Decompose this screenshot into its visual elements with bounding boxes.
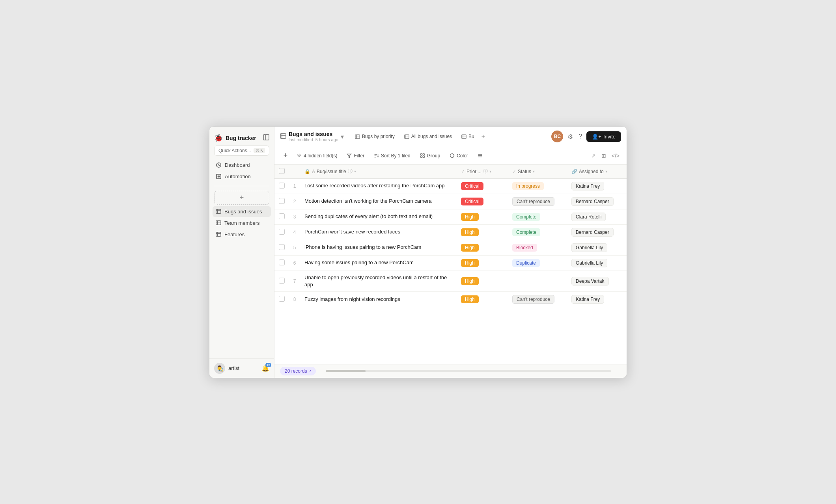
row-checkbox[interactable] [274,271,289,291]
invite-button[interactable]: 👤+ Invite [586,131,621,142]
svg-rect-7 [216,221,221,225]
add-tab-button[interactable]: + [480,131,487,142]
sidebar-avatar: 👨‍🎨 [214,363,225,374]
app-icon: 🐞 [214,134,223,142]
color-button[interactable]: Color [446,151,472,161]
status-cell: Can't reproduce [508,194,567,209]
sidebar-item-dashboard[interactable]: Dashboard [213,160,271,170]
sidebar-page-label-team: Team members [224,220,260,226]
notification-button[interactable]: 🔔 15 [261,364,269,372]
row-number: 3 [289,209,300,224]
scrollbar-track[interactable] [326,370,611,372]
code-icon[interactable]: </> [610,151,621,161]
status-header[interactable]: ✓ Status ▾ [508,165,567,179]
sidebar-item-automation[interactable]: Automation [213,171,271,182]
row-num-header [289,165,300,179]
sidebar-nav-label-automation: Automation [225,174,251,179]
bug-title[interactable]: PorchCam won't save new recorded faces [300,224,457,240]
hidden-fields-button[interactable]: 4 hidden field(s) [293,151,341,161]
row-checkbox[interactable] [274,194,289,209]
assigned-cell: Gabriella Lily [567,240,627,255]
status-cell: In progress [508,178,567,194]
row-checkbox[interactable] [274,291,289,307]
table-area: 🔒 A Bug/issue title ⓘ ▾ ✓ Priori... [274,165,627,364]
sidebar-add-button[interactable]: + [214,191,269,205]
status-badge: In progress [512,182,544,190]
assignee-badge: Gabriella Lily [571,243,607,252]
help-icon[interactable]: ? [577,132,583,141]
priority-badge: Critical [461,198,483,205]
row-checkbox[interactable] [274,178,289,194]
sort-label: Sort By 1 filed [381,153,411,159]
layout-icon[interactable] [263,134,269,142]
header-title-block: Bugs and issues last modified: 5 hours a… [289,131,338,142]
board-icon [280,133,286,140]
priority-sort-icon[interactable]: ▾ [489,169,491,174]
svg-marker-26 [347,154,351,157]
checkbox-header[interactable] [274,165,289,179]
row-number: 2 [289,194,300,209]
filter-button[interactable]: Filter [343,151,368,161]
bug-title[interactable]: Sending duplicates of every alert (to bo… [300,209,457,224]
toolbar: + 4 hidden field(s) Filter Sort By 1 fil… [274,147,627,165]
tab-all-bugs-and-issues[interactable]: All bugs and issues [400,132,456,141]
sidebar-item-features[interactable]: Features [213,229,271,240]
svg-rect-16 [355,134,360,138]
bug-title[interactable]: Having some issues pairing to a new Porc… [300,255,457,271]
table-row: 6Having some issues pairing to a new Por… [274,255,627,271]
row-number: 1 [289,178,300,194]
svg-rect-0 [263,134,269,140]
assigned-cell: Deepa Vartak [567,271,627,291]
sidebar-item-team-members[interactable]: Team members [213,218,271,228]
group-button[interactable]: Group [416,151,444,161]
bug-title[interactable]: Fuzzy images from night vision recording… [300,291,457,307]
priority-header[interactable]: ✓ Priori... ⓘ ▾ [457,165,508,179]
row-checkbox[interactable] [274,255,289,271]
priority-badge: High [461,213,479,221]
sidebar-divider [214,186,269,186]
sidebar-item-bugs-and-issues[interactable]: Bugs and issues [213,206,271,217]
tab-all-bugs-label: All bugs and issues [411,134,452,139]
assigned-cell: Gabriella Lily [567,255,627,271]
bug-title[interactable]: Unable to open previously recorded video… [300,271,457,291]
toolbar-add-button[interactable]: + [280,150,291,161]
status-sort-icon[interactable]: ▾ [533,169,535,174]
row-checkbox[interactable] [274,240,289,255]
sidebar-nav: Dashboard Automation [209,160,274,183]
user-avatar: BC [551,131,563,142]
status-check-icon: ✓ [512,169,516,174]
table-row: 8Fuzzy images from night vision recordin… [274,291,627,307]
records-badge[interactable]: 20 records ‹ [280,367,316,375]
row-checkbox[interactable] [274,209,289,224]
status-badge: Blocked [512,244,537,252]
title-header[interactable]: 🔒 A Bug/issue title ⓘ ▾ [300,165,457,179]
tab-bugs-by-priority[interactable]: Bugs by priority [351,132,399,141]
bug-title[interactable]: Motion detection isn't working for the P… [300,194,457,209]
priority-check-icon: ✓ [461,169,465,174]
svg-rect-4 [216,209,221,214]
row-height-button[interactable] [474,151,487,160]
assigned-header[interactable]: 🔗 Assigned to ▾ [567,165,627,179]
sidebar-username: artist [228,365,239,371]
expand-icon[interactable]: ↗ [590,151,597,161]
status-cell [508,271,567,291]
link-icon: 🔗 [571,169,577,174]
settings-icon[interactable]: ⚙ [566,132,574,142]
assigned-cell: Katina Frey [567,291,627,307]
grid-icon[interactable]: ⊞ [600,151,608,161]
priority-badge: Critical [461,182,483,190]
bug-title[interactable]: iPhone is having issues pairing to a new… [300,240,457,255]
header-dropdown-button[interactable]: ▾ [341,133,344,140]
quick-actions-shortcut: ⌘ K [254,148,265,153]
table-row: 2Motion detection isn't working for the … [274,194,627,209]
row-checkbox[interactable] [274,224,289,240]
title-sort-icon[interactable]: ▾ [354,169,356,174]
bug-title[interactable]: Lost some recorded videos after restarti… [300,178,457,194]
sort-button[interactable]: Sort By 1 filed [370,151,414,161]
priority-col-label: Priori... [467,169,481,174]
main-content: Bugs and issues last modified: 5 hours a… [274,127,627,378]
tab-bu[interactable]: Bu [457,132,478,141]
quick-actions-button[interactable]: Quick Actions... ⌘ K [214,146,269,156]
assigned-sort-icon[interactable]: ▾ [605,169,607,174]
table-row: 3Sending duplicates of every alert (to b… [274,209,627,224]
